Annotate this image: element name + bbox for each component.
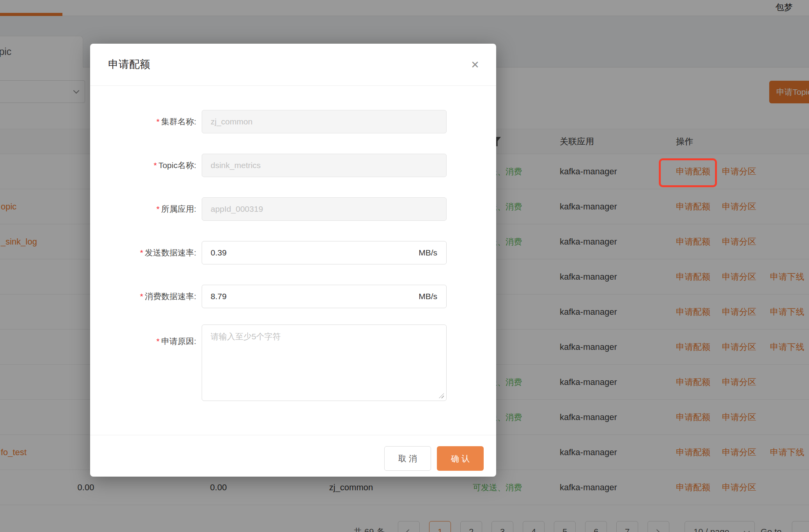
unit-suffix: MB/s [419, 241, 437, 264]
form-row-cluster: *集群名称: [90, 110, 496, 133]
annotation-highlight-box [659, 158, 717, 187]
field-label: *所属应用: [90, 197, 196, 221]
send-rate-field[interactable] [202, 241, 447, 264]
modal-title: 申请配额 [108, 44, 150, 85]
consume-rate-field[interactable] [202, 285, 447, 308]
close-icon[interactable]: ✕ [468, 58, 482, 72]
form-row-consume-rate: *消费数据速率: MB/s [90, 285, 496, 308]
screen: 包梦 Topic 申请Topic 关联应用 操作 可发送、消费 kafk [0, 0, 809, 532]
field-label: *消费数据速率: [90, 285, 196, 308]
required-mark: * [140, 248, 143, 257]
modal-header: 申请配额 ✕ [90, 44, 496, 86]
topic-name-field [202, 154, 447, 177]
unit-suffix: MB/s [419, 285, 437, 308]
required-mark: * [153, 161, 156, 170]
required-mark: * [156, 117, 159, 126]
required-mark: * [140, 292, 143, 301]
form-row-send-rate: *发送数据速率: MB/s [90, 241, 496, 264]
apply-reason-textarea[interactable] [202, 325, 447, 401]
field-label: *发送数据速率: [90, 241, 196, 264]
field-label: *申请原因: [90, 337, 196, 345]
apply-quota-modal: 申请配额 ✕ *集群名称: *Topic名称: *所属应用: *发送数据速率: [90, 44, 496, 477]
form-row-reason: *申请原因: [90, 325, 496, 401]
cancel-button[interactable]: 取 消 [384, 446, 431, 471]
modal-footer: 取 消 确 认 [90, 435, 496, 477]
required-mark: * [156, 204, 159, 213]
owner-app-field [202, 197, 447, 221]
form-row-app: *所属应用: [90, 197, 496, 221]
form-row-topic: *Topic名称: [90, 154, 496, 177]
cluster-name-field [202, 110, 447, 133]
confirm-button[interactable]: 确 认 [437, 446, 484, 471]
field-label: *Topic名称: [90, 154, 196, 177]
required-mark: * [156, 337, 159, 346]
field-label: *集群名称: [90, 110, 196, 133]
